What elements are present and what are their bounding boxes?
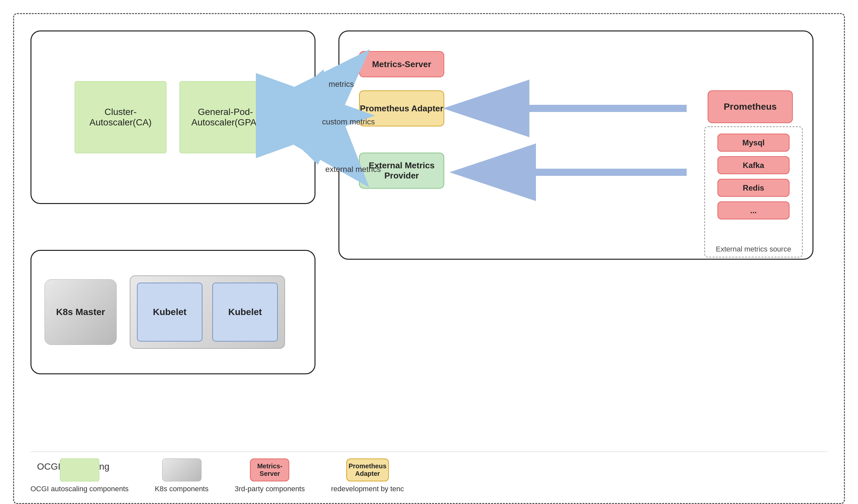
legend: OCGI autoscaling components K8s componen… [30,452,828,493]
bottom-panel: K8s Master Kubelet Kubelet [30,250,316,374]
external-metrics-label: external metrics [325,165,381,174]
left-panel: Cluster-Autoscaler(CA) General-Pod-Autos… [30,30,316,204]
legend-third-party-label: 3rd-party components [235,485,305,493]
cluster-autoscaler-box: Cluster-Autoscaler(CA) [75,81,166,153]
main-container: Cluster-Autoscaler(CA) General-Pod-Autos… [13,13,845,504]
redis-box: Redis [717,179,790,197]
legend-redevelopment-label: redevelopment by tenc [331,485,404,493]
right-panel: Metrics-Server Prometheus Adapter Extern… [338,30,813,260]
legend-k8s-label: K8s components [155,485,209,493]
legend-redevelopment: Prometheus Adapter redevelopment by tenc [331,458,404,493]
kubelet1-box: Kubelet [137,282,203,342]
gpa-box: General-Pod-Autoscaler(GPA) [179,81,271,153]
mysql-box: Mysql [717,134,790,152]
legend-pink-box: Metrics-Server [250,458,289,482]
kubelet2-box: Kubelet [212,282,278,342]
external-source-label: External metrics source [716,245,791,254]
metrics-server-box: Metrics-Server [359,51,444,77]
ellipsis-box: ... [717,201,790,220]
k8s-master-box: K8s Master [45,279,117,345]
kafka-box: Kafka [717,156,790,174]
prometheus-box: Prometheus [708,91,793,123]
legend-gray-box [162,458,202,482]
legend-yellow-box: Prometheus Adapter [346,458,389,482]
custom-metrics-label: custom metrics [322,117,375,126]
external-source-box: Mysql Kafka Redis ... External metrics s… [704,126,803,257]
legend-third-party: Metrics-Server 3rd-party components [235,458,305,493]
legend-ocgi: OCGI autoscaling components [30,458,129,493]
legend-k8s: K8s components [155,458,209,493]
metrics-label: metrics [329,80,354,89]
legend-ocgi-label: OCGI autoscaling components [30,485,129,493]
legend-green-box [60,458,99,482]
kubelet-group: Kubelet Kubelet [130,275,285,349]
